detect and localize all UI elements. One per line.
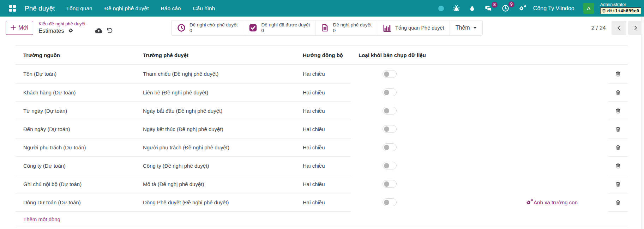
apps-menu-icon[interactable] — [7, 3, 18, 14]
approval-field-cell[interactable]: Mô tả (Đề nghị phê duyệt) — [135, 175, 295, 193]
sync-direction-cell[interactable]: Hai chiều — [295, 138, 351, 156]
sync-direction-cell[interactable]: Hai chiều — [295, 65, 351, 83]
source-field-cell[interactable]: Đến ngày (Dự toán) — [16, 120, 135, 138]
stat-button-approved-requests[interactable]: Đề nghị đã được duyệt 0 — [243, 20, 315, 35]
child-field-mapping-label: Ánh xạ trường con — [534, 199, 578, 205]
avatar[interactable]: A — [583, 3, 594, 14]
sync-direction-cell[interactable]: Hai chiều — [295, 83, 351, 101]
source-field-cell[interactable]: Khách hàng (Dự toán) — [16, 83, 135, 101]
stat-button-approval-requests[interactable]: Đề nghị phê duyệt 0 — [315, 20, 377, 35]
row-actions-cell — [608, 101, 628, 120]
table-row[interactable]: Ghi chú nội bộ (Dự toán) Mô tả (Đề nghị … — [16, 175, 628, 193]
source-field-cell[interactable]: Công ty (Dự toán) — [16, 156, 135, 175]
sync-direction-cell[interactable]: Hai chiều — [295, 193, 351, 211]
table-row[interactable]: Dòng Dự toán (Dự toán) Dòng Phê duyệt (Đ… — [16, 193, 628, 211]
approval-field-cell[interactable]: Liên hệ (Đề nghị phê duyệt) — [135, 83, 295, 101]
gear-icon[interactable] — [68, 27, 74, 33]
droplet-icon[interactable] — [469, 5, 475, 12]
menu-de-nghi-phe-duyet[interactable]: Đề nghị phê duyệt — [104, 5, 149, 12]
exclude-toggle-cell — [351, 138, 608, 156]
scrollbar-track[interactable] — [641, 17, 644, 229]
stat-button-approval-overview[interactable]: Tổng quan Phê duyệt — [377, 20, 450, 35]
bug-icon[interactable] — [453, 5, 460, 12]
delete-row-icon[interactable] — [615, 70, 621, 77]
company-switcher[interactable]: Công Ty Viindoo — [533, 5, 574, 12]
delete-row-icon[interactable] — [615, 126, 621, 132]
source-field-cell[interactable]: Từ ngày (Dự toán) — [16, 101, 135, 120]
approval-field-cell[interactable]: Ngày kết thúc (Đề nghị phê duyệt) — [135, 120, 295, 138]
messages-icon[interactable]: 8 — [484, 5, 493, 12]
add-a-line-button[interactable]: Thêm một dòng — [16, 211, 628, 227]
breadcrumb: Kiểu đề nghị phê duyệt Estimates — [38, 21, 113, 35]
user-menu[interactable]: Administrator dti1i4h899c0 — [600, 2, 642, 14]
menu-cau-hinh[interactable]: Cấu hình — [193, 5, 215, 12]
row-actions-cell — [608, 175, 628, 193]
menu-bao-cao[interactable]: Báo cáo — [161, 5, 181, 12]
approval-field-cell[interactable]: Dòng Phê duyệt (Đề nghị phê duyệt) — [135, 193, 295, 211]
exclude-snapshot-toggle[interactable] — [383, 70, 397, 78]
header-approval-field[interactable]: Trường phê duyệt — [135, 45, 295, 65]
check-square-icon — [248, 23, 258, 32]
undo-icon[interactable] — [106, 27, 113, 34]
approval-field-cell[interactable]: Công ty (Đề nghị phê duyệt) — [135, 156, 295, 175]
stat-value: 0 — [333, 28, 372, 33]
settings-gears-icon[interactable] — [518, 5, 524, 11]
delete-row-icon[interactable] — [615, 107, 621, 114]
cloud-upload-icon[interactable] — [95, 27, 103, 33]
source-field-cell[interactable]: Ghi chú nội bộ (Dự toán) — [16, 175, 135, 193]
add-row: Thêm một dòng — [16, 211, 628, 227]
stat-value: 0 — [261, 28, 310, 33]
more-dropdown-button[interactable]: Thêm — [450, 20, 482, 35]
exclude-snapshot-toggle[interactable] — [383, 162, 397, 169]
app-title[interactable]: Phê duyệt — [25, 5, 55, 12]
header-sync-direction[interactable]: Hướng đồng bộ — [295, 45, 351, 65]
document-icon — [321, 23, 329, 32]
sync-direction-cell[interactable]: Hai chiều — [295, 101, 351, 120]
table-row[interactable]: Tên (Dự toán) Tham chiếu (Đề nghị phê du… — [16, 65, 628, 83]
pager-previous-button[interactable] — [612, 21, 626, 35]
table-row[interactable]: Người phụ trách (Dự toán) Người phụ trác… — [16, 138, 628, 156]
source-field-cell[interactable]: Người phụ trách (Dự toán) — [16, 138, 135, 156]
stat-value: 0 — [189, 28, 237, 33]
child-field-mapping-button[interactable]: Ánh xạ trường con — [526, 199, 578, 205]
approval-field-cell[interactable]: Ngày bắt đầu (Đề nghị phê duyệt) — [135, 101, 295, 120]
table-row[interactable]: Từ ngày (Dự toán) Ngày bắt đầu (Đề nghị … — [16, 101, 628, 120]
delete-row-icon[interactable] — [615, 162, 621, 169]
pager-next-button[interactable] — [628, 21, 643, 35]
exclude-snapshot-toggle[interactable] — [383, 107, 397, 114]
exclude-snapshot-toggle[interactable] — [383, 143, 397, 151]
exclude-snapshot-toggle[interactable] — [383, 125, 397, 133]
exclude-snapshot-toggle[interactable] — [383, 88, 397, 96]
delete-row-icon[interactable] — [615, 181, 621, 187]
header-source-field[interactable]: Trường nguồn — [16, 45, 135, 65]
table-row[interactable]: Khách hàng (Dự toán) Liên hệ (Đề nghị ph… — [16, 83, 628, 101]
database-badge: dti1i4h899c0 — [600, 7, 641, 14]
table-row[interactable]: Công ty (Dự toán) Công ty (Đề nghị phê d… — [16, 156, 628, 175]
delete-row-icon[interactable] — [615, 89, 621, 96]
row-actions-cell — [608, 120, 628, 138]
header-actions — [608, 45, 628, 65]
delete-row-icon[interactable] — [615, 144, 621, 151]
sync-direction-cell[interactable]: Hai chiều — [295, 175, 351, 193]
activities-icon[interactable]: 9 — [501, 4, 510, 12]
new-button[interactable]: Mới — [6, 21, 33, 35]
systray: 8 9 Công Ty Viindoo A Administrator dti1… — [438, 2, 642, 14]
activities-badge: 9 — [508, 1, 514, 7]
menu-tong-quan[interactable]: Tổng quan — [66, 5, 92, 12]
stat-label: Tổng quan Phê duyệt — [395, 25, 444, 31]
source-field-cell[interactable]: Dòng Dự toán (Dự toán) — [16, 193, 135, 211]
status-dot[interactable] — [438, 6, 444, 11]
delete-row-icon[interactable] — [615, 199, 621, 206]
more-label: Thêm — [456, 25, 470, 31]
source-field-cell[interactable]: Tên (Dự toán) — [16, 65, 135, 83]
table-row[interactable]: Đến ngày (Dự toán) Ngày kết thúc (Đề ngh… — [16, 120, 628, 138]
header-exclude-snapshot[interactable]: Loại khỏi bản chụp dữ liệu — [351, 45, 608, 65]
exclude-snapshot-toggle[interactable] — [383, 198, 397, 206]
exclude-snapshot-toggle[interactable] — [383, 180, 397, 188]
sync-direction-cell[interactable]: Hai chiều — [295, 156, 351, 175]
approval-field-cell[interactable]: Tham chiếu (Đề nghị phê duyệt) — [135, 65, 295, 83]
stat-button-pending-requests[interactable]: Đề nghị chờ phê duyệt 0 — [171, 20, 243, 35]
breadcrumb-parent-link[interactable]: Kiểu đề nghị phê duyệt — [38, 21, 113, 27]
approval-field-cell[interactable]: Người phụ trách (Đề nghị phê duyệt) — [135, 138, 295, 156]
sync-direction-cell[interactable]: Hai chiều — [295, 120, 351, 138]
